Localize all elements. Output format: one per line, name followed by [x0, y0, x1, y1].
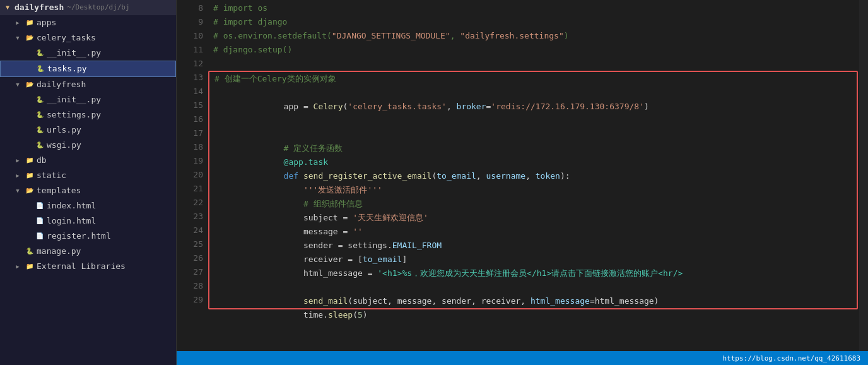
arrow-icon: ▶: [13, 18, 23, 28]
sidebar-item-celery-tasks[interactable]: ▼ 📂 celery_tasks: [0, 30, 176, 45]
py-file-icon: 🐍: [35, 64, 45, 74]
init-df-label: __init__.py: [47, 93, 101, 106]
spacer: [23, 110, 33, 120]
templates-folder-icon: 📂: [25, 186, 35, 196]
login-html-label: login.html: [47, 215, 96, 227]
sidebar-item-manage-py[interactable]: 🐍 manage.py: [0, 244, 176, 259]
code-line-16: [209, 114, 857, 128]
df-folder-icon: 📂: [25, 80, 35, 90]
py-file-icon: 🐍: [35, 95, 45, 105]
settings-label: settings.py: [47, 109, 101, 121]
sidebar-item-static[interactable]: ▶ 📁 static: [0, 168, 176, 183]
sidebar-item-init-df[interactable]: 🐍 __init__.py: [0, 92, 176, 107]
apps-label: apps: [37, 16, 56, 29]
sidebar-item-db[interactable]: ▶ 📁 db: [0, 153, 176, 168]
code-line-13: # 创建一个Celery类的实例对象: [209, 72, 857, 86]
sidebar-item-templates[interactable]: ▼ 📂 templates: [0, 183, 176, 198]
arrow-icon: ▼: [13, 33, 23, 43]
root-label: dailyfresh: [15, 1, 64, 14]
highlighted-block: # 创建一个Celery类的实例对象 app = Celery('celery_…: [208, 71, 858, 309]
status-url: https://blog.csdn.net/qq_42611683: [722, 354, 860, 362]
wsgi-label: wsgi.py: [47, 139, 81, 152]
apps-folder-icon: 📁: [25, 18, 35, 28]
index-html-label: index.html: [47, 200, 96, 212]
db-folder-icon: 📁: [25, 155, 35, 165]
html-file-icon: 📄: [35, 231, 45, 241]
sidebar-item-register-html[interactable]: 📄 register.html: [0, 229, 176, 244]
sidebar-item-external-libs[interactable]: ▶ 📁 External Libraries: [0, 259, 176, 274]
spacer: [23, 95, 33, 105]
spacer: [23, 64, 33, 74]
code-line-28: send_mail(subject, message, sender, rece…: [209, 280, 857, 294]
static-label: static: [37, 169, 66, 182]
ext-libs-label: External Libraries: [37, 260, 126, 273]
sidebar-item-urls[interactable]: 🐍 urls.py: [0, 123, 176, 138]
sidebar-item-init-ct[interactable]: 🐍 __init__.py: [0, 45, 176, 61]
line-numbers: 8 9 10 11 12 13 14 15 16 17 18 19 20 21 …: [177, 0, 208, 351]
status-bar: https://blog.csdn.net/qq_42611683: [177, 351, 868, 365]
html-file-icon: 📄: [35, 201, 45, 211]
spacer: [23, 216, 33, 226]
html-file-icon: 📄: [35, 216, 45, 226]
code-line-10: # os.environ.setdefault("DJANGO_SETTINGS…: [208, 29, 859, 43]
spacer: [23, 231, 33, 241]
urls-label: urls.py: [47, 124, 81, 136]
static-folder-icon: 📁: [25, 171, 35, 181]
py-file-icon: 🐍: [35, 125, 45, 135]
code-content[interactable]: # import os # import django # os.environ…: [208, 0, 859, 351]
spacer: [23, 201, 33, 211]
ext-folder-icon: 📁: [25, 261, 35, 272]
sidebar-root[interactable]: ▼ dailyfresh ~/Desktop/dj/bj: [0, 0, 176, 15]
code-line-8: # import os: [208, 1, 859, 15]
code-editor: 8 9 10 11 12 13 14 15 16 17 18 19 20 21 …: [177, 0, 868, 365]
py-file-icon: 🐍: [35, 48, 45, 58]
arrow-icon: ▼: [13, 186, 23, 196]
right-scrollbar[interactable]: [859, 0, 868, 351]
root-path: ~/Desktop/dj/bj: [67, 1, 129, 14]
py-file-icon: 🐍: [35, 110, 45, 120]
db-label: db: [37, 154, 47, 167]
sidebar-item-login-html[interactable]: 📄 login.html: [0, 213, 176, 229]
sidebar-item-tasks-py[interactable]: 🐍 tasks.py: [0, 61, 176, 77]
sidebar-item-settings[interactable]: 🐍 settings.py: [0, 107, 176, 123]
root-folder-icon: ▼: [3, 3, 13, 13]
arrow-icon: ▶: [13, 155, 23, 165]
py-file-icon: 🐍: [35, 140, 45, 150]
sidebar-item-wsgi[interactable]: 🐍 wsgi.py: [0, 138, 176, 153]
celery-tasks-label: celery_tasks: [37, 32, 96, 44]
arrow-icon: ▼: [13, 80, 23, 90]
spacer: [13, 246, 23, 256]
dailyfresh-label: dailyfresh: [37, 78, 86, 91]
code-line-12: [208, 57, 859, 71]
templates-label: templates: [37, 184, 81, 197]
code-line-17: # 定义任务函数: [209, 128, 857, 141]
spacer: [23, 48, 33, 58]
sidebar-item-apps[interactable]: ▶ 📁 apps: [0, 15, 176, 30]
spacer: [23, 125, 33, 135]
arrow-icon: ▶: [13, 171, 23, 181]
arrow-icon: ▶: [13, 261, 23, 272]
code-line-9: # import django: [208, 15, 859, 29]
code-line-14: app = Celery('celery_tasks.tasks', broke…: [209, 86, 857, 100]
py-file-icon: 🐍: [25, 246, 35, 256]
celery-folder-icon: 📂: [25, 33, 35, 43]
sidebar-item-index-html[interactable]: 📄 index.html: [0, 198, 176, 213]
tasks-py-label: tasks.py: [47, 63, 87, 75]
register-html-label: register.html: [47, 230, 111, 242]
spacer: [23, 140, 33, 150]
manage-py-label: manage.py: [37, 245, 81, 258]
sidebar: ▼ dailyfresh ~/Desktop/dj/bj ▶ 📁 apps ▼ …: [0, 0, 177, 365]
code-line-11: # django.setup(): [208, 43, 859, 57]
sidebar-item-dailyfresh[interactable]: ▼ 📂 dailyfresh: [0, 77, 176, 92]
code-area[interactable]: 8 9 10 11 12 13 14 15 16 17 18 19 20 21 …: [177, 0, 868, 351]
init-ct-label: __init__.py: [47, 47, 101, 59]
